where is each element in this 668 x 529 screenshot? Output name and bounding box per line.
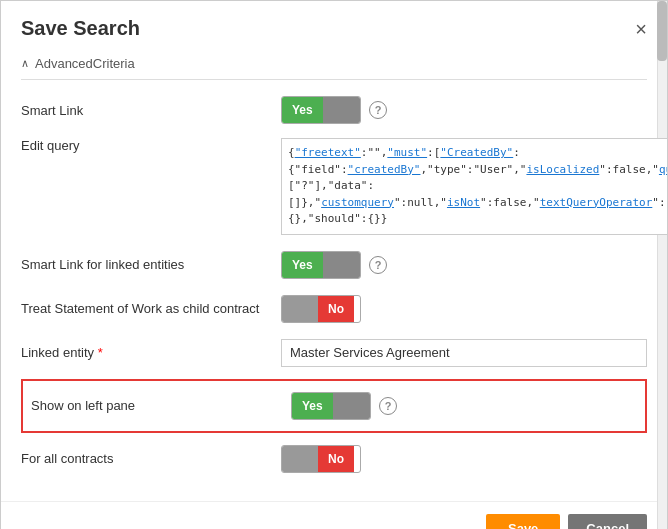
modal-header: Save Search × <box>1 1 667 48</box>
smart-link-control: Yes ? <box>281 96 647 124</box>
save-button[interactable]: Save <box>486 514 560 530</box>
show-on-left-pane-control: Yes ? <box>291 392 637 420</box>
show-on-left-pane-highlighted: Show on left pane Yes ? <box>21 379 647 433</box>
modal-footer: Save Cancel <box>1 501 667 530</box>
show-on-left-pane-row: Show on left pane Yes ? <box>31 387 637 425</box>
treat-statement-label: Treat Statement of Work as child contrac… <box>21 301 281 316</box>
modal-title: Save Search <box>21 17 140 40</box>
show-on-left-pane-label: Show on left pane <box>31 398 291 413</box>
treat-statement-no[interactable]: No <box>318 296 354 322</box>
smart-link-linked-inactive[interactable] <box>323 252 360 278</box>
scrollbar-track[interactable] <box>657 1 667 529</box>
smart-link-toggle[interactable]: Yes <box>281 96 361 124</box>
treat-statement-row: Treat Statement of Work as child contrac… <box>21 287 647 331</box>
advanced-criteria-toggle[interactable]: ∧ AdvancedCriteria <box>21 48 647 79</box>
chevron-up-icon: ∧ <box>21 57 29 70</box>
show-on-left-pane-toggle[interactable]: Yes <box>291 392 371 420</box>
for-all-contracts-label: For all contracts <box>21 451 281 466</box>
linked-entity-row: Linked entity * <box>21 331 647 375</box>
smart-link-linked-row: Smart Link for linked entities Yes ? <box>21 243 647 287</box>
smart-link-help-icon[interactable]: ? <box>369 101 387 119</box>
for-all-contracts-inactive[interactable] <box>282 446 318 472</box>
smart-link-linked-yes[interactable]: Yes <box>282 252 323 278</box>
save-search-modal: Save Search × ∧ AdvancedCriteria Smart L… <box>0 0 668 529</box>
linked-entity-label: Linked entity * <box>21 345 281 360</box>
show-on-left-pane-yes[interactable]: Yes <box>292 393 333 419</box>
for-all-contracts-control: No <box>281 445 647 473</box>
smart-link-linked-help-icon[interactable]: ? <box>369 256 387 274</box>
show-on-left-pane-inactive[interactable] <box>333 393 370 419</box>
treat-statement-control: No <box>281 295 647 323</box>
smart-link-linked-toggle[interactable]: Yes <box>281 251 361 279</box>
smart-link-row: Smart Link Yes ? <box>21 88 647 132</box>
edit-query-row: Edit query {"freetext":"","must":["Creat… <box>21 132 647 243</box>
for-all-contracts-toggle[interactable]: No <box>281 445 361 473</box>
edit-query-label: Edit query <box>21 138 281 153</box>
smart-link-linked-control: Yes ? <box>281 251 647 279</box>
edit-query-control: {"freetext":"","must":["CreatedBy": {"fi… <box>281 138 667 235</box>
linked-entity-input[interactable] <box>281 339 647 367</box>
linked-entity-control <box>281 339 647 367</box>
cancel-button[interactable]: Cancel <box>568 514 647 530</box>
scrollbar-thumb[interactable] <box>657 1 667 61</box>
treat-statement-inactive[interactable] <box>282 296 318 322</box>
section-divider <box>21 79 647 80</box>
for-all-contracts-row: For all contracts No <box>21 437 647 481</box>
show-on-left-pane-help-icon[interactable]: ? <box>379 397 397 415</box>
smart-link-label: Smart Link <box>21 103 281 118</box>
close-button[interactable]: × <box>635 19 647 39</box>
smart-link-linked-label: Smart Link for linked entities <box>21 257 281 272</box>
for-all-contracts-no[interactable]: No <box>318 446 354 472</box>
smart-link-inactive[interactable] <box>323 97 360 123</box>
treat-statement-toggle[interactable]: No <box>281 295 361 323</box>
modal-body: ∧ AdvancedCriteria Smart Link Yes ? Edit… <box>1 48 667 501</box>
smart-link-yes[interactable]: Yes <box>282 97 323 123</box>
edit-query-textarea[interactable]: {"freetext":"","must":["CreatedBy": {"fi… <box>281 138 667 235</box>
required-indicator: * <box>98 345 103 360</box>
section-label: AdvancedCriteria <box>35 56 135 71</box>
